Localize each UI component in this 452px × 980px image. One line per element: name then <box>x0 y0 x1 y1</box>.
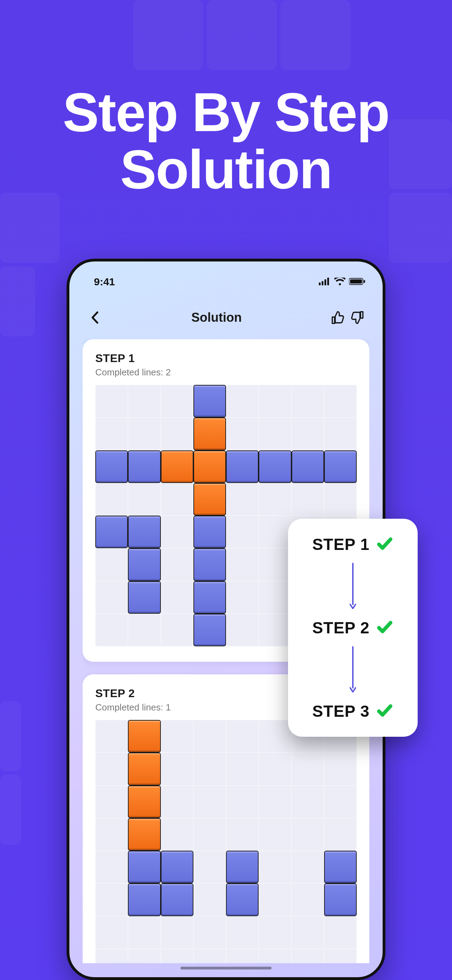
empty-cell <box>226 916 259 949</box>
empty-cell <box>95 752 128 785</box>
thumbs-down-icon <box>350 310 364 325</box>
empty-cell <box>291 752 324 785</box>
svg-rect-5 <box>350 279 362 283</box>
empty-cell <box>226 417 259 450</box>
empty-cell <box>161 548 193 581</box>
block-orange <box>128 752 161 785</box>
empty-cell <box>95 548 128 581</box>
empty-cell <box>324 483 357 515</box>
hero-title-line1: Step By Step <box>0 84 452 141</box>
empty-cell <box>259 818 291 851</box>
popup-step-label: STEP 2 <box>312 618 370 637</box>
check-icon <box>376 618 393 637</box>
svg-rect-1 <box>321 281 323 285</box>
block-blue <box>95 515 128 548</box>
empty-cell <box>259 483 291 515</box>
block-blue <box>324 883 357 916</box>
empty-cell <box>128 916 161 949</box>
block-blue <box>324 851 357 883</box>
empty-cell <box>259 949 291 963</box>
arrow-down-icon <box>301 637 405 702</box>
svg-rect-3 <box>327 278 329 285</box>
empty-cell <box>95 851 128 883</box>
check-icon <box>376 702 393 721</box>
status-icons <box>319 276 365 288</box>
hero-title-line2: Solution <box>0 141 452 198</box>
empty-cell <box>161 581 193 614</box>
bg-tile <box>280 0 350 70</box>
empty-cell <box>95 483 128 515</box>
empty-cell <box>161 417 193 450</box>
block-orange <box>193 417 226 450</box>
empty-cell <box>95 385 128 417</box>
block-blue <box>193 614 226 646</box>
step-label: STEP 1 <box>95 352 357 365</box>
block-blue <box>226 851 259 883</box>
thumbs-down-button[interactable] <box>348 308 366 327</box>
bg-tile <box>207 0 277 70</box>
block-blue <box>128 450 161 483</box>
cellular-icon <box>319 276 331 288</box>
page-title: Solution <box>104 310 329 325</box>
steps-progress-popup: STEP 1 STEP 2 STEP 3 <box>288 519 418 737</box>
empty-cell <box>193 818 226 851</box>
bg-tile <box>0 775 21 845</box>
empty-cell <box>324 385 357 417</box>
navbar: Solution <box>69 304 383 332</box>
block-blue <box>161 851 193 883</box>
empty-cell <box>291 786 324 818</box>
empty-cell <box>259 752 291 785</box>
empty-cell <box>161 720 193 752</box>
empty-cell <box>259 385 291 417</box>
block-blue <box>193 515 226 548</box>
empty-cell <box>324 916 357 949</box>
empty-cell <box>128 614 161 646</box>
empty-cell <box>291 818 324 851</box>
empty-cell <box>161 385 193 417</box>
block-blue <box>128 515 161 548</box>
empty-cell <box>226 614 259 646</box>
empty-cell <box>193 851 226 883</box>
empty-cell <box>193 720 226 752</box>
empty-cell <box>291 949 324 963</box>
block-blue <box>128 548 161 581</box>
empty-cell <box>95 614 128 646</box>
block-orange <box>128 720 161 752</box>
block-orange <box>161 450 193 483</box>
block-blue <box>226 450 259 483</box>
empty-cell <box>128 483 161 515</box>
empty-cell <box>193 916 226 949</box>
block-orange <box>193 450 226 483</box>
block-blue <box>193 581 226 614</box>
empty-cell <box>226 515 259 548</box>
empty-cell <box>291 483 324 515</box>
empty-cell <box>259 720 291 752</box>
thumbs-up-button[interactable] <box>329 308 348 327</box>
popup-step-row: STEP 3 <box>301 702 405 721</box>
hero-title: Step By Step Solution <box>0 84 452 198</box>
bg-tile <box>0 701 21 771</box>
empty-cell <box>226 483 259 515</box>
bg-tile <box>133 0 203 70</box>
block-blue <box>128 581 161 614</box>
empty-cell <box>324 786 357 818</box>
empty-cell <box>128 385 161 417</box>
promo-stage: Step By Step Solution 9:41 Sol <box>0 0 452 980</box>
empty-cell <box>128 949 161 963</box>
back-button[interactable] <box>86 308 104 327</box>
svg-rect-0 <box>319 283 321 285</box>
empty-cell <box>226 385 259 417</box>
empty-cell <box>324 949 357 963</box>
bg-tile <box>0 193 60 263</box>
empty-cell <box>193 786 226 818</box>
empty-cell <box>95 720 128 752</box>
empty-cell <box>291 916 324 949</box>
thumbs-up-icon <box>331 310 345 325</box>
wifi-icon <box>334 276 345 288</box>
empty-cell <box>226 786 259 818</box>
block-blue <box>95 450 128 483</box>
block-blue <box>128 851 161 883</box>
empty-cell <box>161 515 193 548</box>
empty-cell <box>95 417 128 450</box>
empty-cell <box>324 818 357 851</box>
